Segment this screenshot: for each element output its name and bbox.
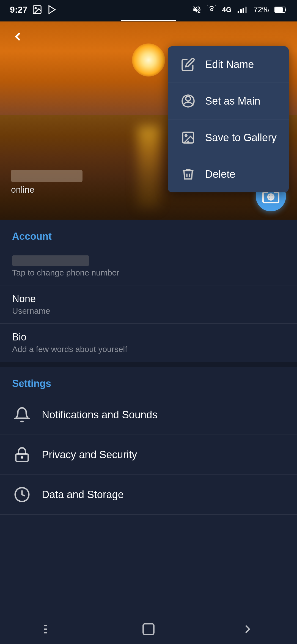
menu-edit-name-label: Edit Name	[205, 59, 254, 70]
settings-section-header: Settings	[0, 367, 297, 395]
bio-subtext: Add a few words about yourself	[12, 345, 285, 354]
scroll-indicator	[0, 19, 297, 21]
svg-point-1	[35, 7, 36, 9]
svg-point-10	[186, 96, 190, 101]
context-menu: Edit Name Set as Main	[168, 46, 289, 192]
username-item[interactable]: None Username	[0, 285, 297, 324]
svg-rect-9	[275, 7, 282, 12]
svg-rect-24	[143, 624, 154, 634]
network-label: 4G	[222, 6, 232, 14]
signal-icon	[237, 6, 248, 13]
svg-rect-7	[245, 7, 247, 13]
back-button[interactable]	[8, 27, 28, 46]
phone-subtext: Tap to change phone number	[12, 268, 285, 277]
menu-save-gallery-label: Save to Gallery	[205, 132, 277, 144]
main-content: Account Tap to change phone number None …	[0, 220, 297, 515]
nav-menu-button[interactable]	[38, 618, 61, 640]
privacy-label: Privacy and Security	[42, 449, 137, 461]
username-blurred	[11, 170, 82, 182]
bell-icon	[12, 405, 32, 425]
status-time: 9:27	[10, 5, 28, 15]
navigation-bar	[0, 614, 297, 644]
svg-point-19	[21, 457, 23, 458]
user-circle-icon	[180, 93, 196, 109]
mute-icon	[192, 5, 202, 14]
chevron-right-icon	[240, 622, 255, 636]
nav-back-button[interactable]	[237, 618, 258, 640]
scroll-line	[121, 20, 176, 21]
back-arrow-icon	[11, 29, 25, 44]
cover-photo: Edit Name Set as Main	[0, 21, 297, 220]
user-status: online	[11, 185, 34, 195]
settings-item-privacy[interactable]: Privacy and Security	[0, 435, 297, 475]
menu-item-save-gallery[interactable]: Save to Gallery	[168, 119, 289, 156]
phone-blurred	[12, 255, 89, 266]
username-value: None	[12, 293, 285, 305]
menu-item-delete[interactable]: Delete	[168, 156, 289, 192]
menu-delete-label: Delete	[205, 168, 235, 180]
section-divider	[0, 362, 297, 367]
pencil-icon	[180, 56, 196, 73]
battery-icon	[274, 6, 287, 13]
settings-section: Settings Notifications and Sounds Privac…	[0, 367, 297, 515]
bio-item[interactable]: Bio Add a few words about yourself	[0, 324, 297, 362]
svg-marker-2	[49, 6, 55, 14]
three-lines-icon	[42, 622, 57, 636]
lock-icon	[12, 445, 32, 465]
wifi-icon	[207, 5, 216, 14]
svg-rect-4	[238, 11, 239, 13]
svg-rect-5	[240, 9, 242, 13]
status-bar: 9:27 4G 72%	[0, 0, 297, 19]
image-download-icon	[180, 129, 196, 146]
svg-rect-6	[243, 8, 244, 13]
status-left: 9:27	[10, 4, 57, 15]
svg-point-13	[185, 135, 187, 137]
menu-set-main-label: Set as Main	[205, 95, 260, 107]
account-section: Account Tap to change phone number None …	[0, 220, 297, 362]
nav-home-button[interactable]	[138, 618, 160, 640]
clock-icon	[12, 485, 32, 504]
username-label: Username	[12, 306, 285, 316]
sun-glow	[132, 43, 165, 77]
phone-number-item[interactable]: Tap to change phone number	[0, 248, 297, 285]
status-right: 4G 72%	[192, 5, 287, 14]
square-icon	[141, 622, 156, 636]
menu-item-edit-name[interactable]: Edit Name	[168, 46, 289, 83]
photo-icon	[32, 4, 42, 15]
menu-item-set-as-main[interactable]: Set as Main	[168, 83, 289, 119]
svg-point-3	[211, 9, 213, 11]
battery-percent: 72%	[254, 5, 269, 14]
trash-icon	[180, 166, 196, 182]
play-icon	[47, 4, 57, 15]
user-info-overlay: online	[11, 170, 82, 195]
notifications-label: Notifications and Sounds	[42, 409, 157, 421]
settings-item-notifications[interactable]: Notifications and Sounds	[0, 395, 297, 435]
bio-label: Bio	[12, 331, 285, 343]
account-section-header: Account	[0, 220, 297, 248]
data-storage-label: Data and Storage	[42, 489, 124, 501]
settings-item-data[interactable]: Data and Storage	[0, 475, 297, 515]
